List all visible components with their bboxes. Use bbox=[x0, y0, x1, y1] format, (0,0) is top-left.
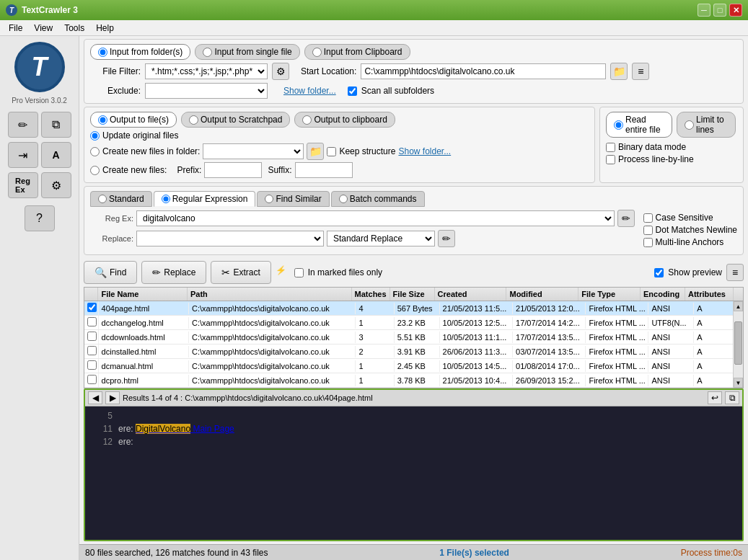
menu-view[interactable]: View bbox=[28, 22, 58, 35]
output-radio-scratch[interactable] bbox=[189, 115, 198, 125]
suffix-input[interactable] bbox=[295, 162, 353, 178]
regex-dropdown[interactable]: digitalvolcano bbox=[136, 210, 615, 226]
in-marked-only-checkbox[interactable] bbox=[294, 268, 304, 277]
radio-batch[interactable] bbox=[339, 195, 348, 203]
limit-lines-tab[interactable]: Limit to lines bbox=[677, 112, 736, 138]
case-sensitive-checkbox[interactable] bbox=[643, 213, 653, 223]
close-button[interactable]: ✕ bbox=[729, 4, 742, 17]
menu-help[interactable]: Help bbox=[90, 22, 120, 35]
input-radio-single[interactable] bbox=[203, 48, 212, 57]
scan-subfolders-checkbox[interactable] bbox=[348, 86, 357, 96]
show-folder-link[interactable]: Show folder... bbox=[283, 86, 336, 96]
show-preview-checkbox[interactable] bbox=[654, 268, 664, 277]
input-radio-clipboard[interactable] bbox=[312, 48, 322, 57]
row-checkbox[interactable] bbox=[87, 346, 97, 355]
sidebar-text-button[interactable]: A bbox=[41, 142, 71, 168]
input-tab-folder[interactable]: Input from folder(s) bbox=[90, 44, 190, 60]
tab-regex[interactable]: Regular Expression bbox=[154, 191, 256, 207]
table-row[interactable]: dcchangelog.html C:\xammpp\htdocs\digita… bbox=[84, 316, 743, 330]
app-logo: T bbox=[14, 42, 65, 92]
output-radio-clipboard[interactable] bbox=[302, 115, 312, 125]
maximize-button[interactable]: □ bbox=[713, 4, 726, 17]
new-folder-browse[interactable]: 📁 bbox=[307, 143, 324, 160]
result-line: 11ere: DigitalVolcano Main Page bbox=[91, 422, 736, 435]
row-checkbox[interactable] bbox=[87, 375, 97, 384]
scrollbar-thumb[interactable] bbox=[734, 321, 742, 365]
replace-edit-button[interactable]: ✏ bbox=[438, 230, 455, 247]
create-new-folder-radio[interactable] bbox=[90, 147, 100, 156]
scroll-down-button[interactable]: ▼ bbox=[734, 378, 743, 388]
sidebar-copy-button[interactable]: ⧉ bbox=[41, 112, 71, 138]
row-path: C:\xammpp\htdocs\digitalvolcano.co.uk bbox=[189, 303, 356, 314]
sidebar-help-button[interactable]: ? bbox=[25, 205, 55, 231]
table-row[interactable]: dcdownloads.html C:\xammpp\htdocs\digita… bbox=[84, 330, 743, 345]
input-radio-folder[interactable] bbox=[98, 48, 107, 57]
update-original-radio[interactable] bbox=[90, 131, 100, 141]
new-folder-select[interactable] bbox=[203, 143, 304, 159]
create-new-files-radio[interactable] bbox=[90, 166, 100, 175]
read-entire-tab[interactable]: Read entire file bbox=[606, 112, 672, 138]
prefix-input[interactable] bbox=[204, 162, 262, 178]
multi-line-checkbox[interactable] bbox=[643, 238, 653, 247]
search-tab-row: Standard Regular Expression Find Similar… bbox=[90, 191, 737, 207]
result-back-button[interactable]: ↩ bbox=[708, 391, 722, 404]
sidebar-settings-button[interactable]: ⚙ bbox=[41, 172, 71, 198]
radio-regex[interactable] bbox=[162, 195, 170, 203]
row-filetype: Firefox HTML ... bbox=[586, 332, 648, 343]
table-row[interactable]: dcmanual.html C:\xammpp\htdocs\digitalvo… bbox=[84, 359, 743, 373]
row-checkbox[interactable] bbox=[87, 360, 97, 370]
table-row[interactable]: dcpro.html C:\xammpp\htdocs\digitalvolca… bbox=[84, 373, 743, 388]
scroll-up-button[interactable]: ▲ bbox=[734, 301, 743, 311]
prev-result-button[interactable]: ◀ bbox=[88, 391, 102, 404]
exclude-select[interactable] bbox=[145, 83, 268, 99]
replace-button[interactable]: ✏ Replace bbox=[141, 261, 206, 284]
table-row[interactable]: dcinstalled.html C:\xammpp\htdocs\digita… bbox=[84, 345, 743, 359]
keep-structure-checkbox[interactable] bbox=[327, 147, 336, 156]
extract-button[interactable]: ✂ Extract bbox=[211, 261, 270, 284]
tab-batch[interactable]: Batch commands bbox=[331, 191, 425, 207]
output-radio-file[interactable] bbox=[98, 115, 107, 125]
app-title: TextCrawler 3 bbox=[22, 5, 78, 15]
replace-mode-dropdown[interactable]: Standard Replace bbox=[327, 231, 435, 246]
start-location-input[interactable] bbox=[361, 63, 606, 79]
radio-find-similar[interactable] bbox=[265, 195, 273, 203]
read-entire-radio[interactable] bbox=[614, 120, 623, 130]
output-tab-scratch[interactable]: Output to Scratchpad bbox=[181, 112, 290, 128]
dot-matches-checkbox[interactable] bbox=[643, 226, 653, 235]
row-checkbox[interactable] bbox=[87, 317, 97, 326]
table-row[interactable]: 404page.html C:\xammpp\htdocs\digitalvol… bbox=[84, 301, 743, 316]
tab-find-similar[interactable]: Find Similar bbox=[257, 191, 329, 207]
find-button[interactable]: 🔍 Find bbox=[84, 261, 137, 284]
sidebar-edit-button[interactable]: ✏ bbox=[8, 112, 38, 138]
minimize-button[interactable]: ─ bbox=[698, 4, 710, 17]
output-tab-file[interactable]: Output to file(s) bbox=[90, 112, 177, 128]
filter-settings-button[interactable]: ⚙ bbox=[272, 63, 289, 80]
output-tab-clipboard[interactable]: Output to clipboard bbox=[294, 112, 395, 128]
tab-standard[interactable]: Standard bbox=[90, 191, 152, 207]
process-line-checkbox[interactable] bbox=[606, 155, 615, 164]
result-copy-button[interactable]: ⧉ bbox=[725, 391, 739, 404]
output-tab-row: Output to file(s) Output to Scratchpad O… bbox=[90, 112, 589, 128]
table-scrollbar[interactable]: ▲ ▼ bbox=[733, 301, 743, 388]
file-filter-select[interactable]: *.htm;*.css;*.js;*.jsp;*.php*;*.asp bbox=[145, 63, 268, 79]
sidebar-regex-button[interactable]: RegEx bbox=[8, 172, 38, 198]
row-checkbox[interactable] bbox=[87, 332, 97, 341]
preview-settings-button[interactable]: ≡ bbox=[726, 264, 744, 281]
replace-dropdown[interactable] bbox=[136, 231, 324, 246]
binary-mode-checkbox[interactable] bbox=[606, 143, 615, 152]
row-created: 21/05/2013 11:5... bbox=[440, 303, 513, 314]
row-matches: 1 bbox=[356, 360, 394, 372]
browse-folder-button[interactable]: 📁 bbox=[610, 63, 628, 80]
limit-lines-radio[interactable] bbox=[685, 120, 694, 130]
sidebar-arrow-button[interactable]: ⇥ bbox=[8, 142, 38, 168]
input-tab-single[interactable]: Input from single file bbox=[195, 44, 299, 60]
menu-file[interactable]: File bbox=[3, 22, 28, 35]
browse-files-button[interactable]: ≡ bbox=[632, 63, 649, 80]
input-tab-clipboard[interactable]: Input from Clipboard bbox=[304, 44, 410, 60]
radio-standard[interactable] bbox=[98, 195, 107, 203]
row-checkbox[interactable] bbox=[87, 303, 97, 312]
menu-tools[interactable]: Tools bbox=[58, 22, 90, 35]
output-show-folder-link[interactable]: Show folder... bbox=[398, 146, 451, 156]
regex-edit-button[interactable]: ✏ bbox=[617, 210, 635, 227]
next-result-button[interactable]: ▶ bbox=[105, 391, 120, 404]
